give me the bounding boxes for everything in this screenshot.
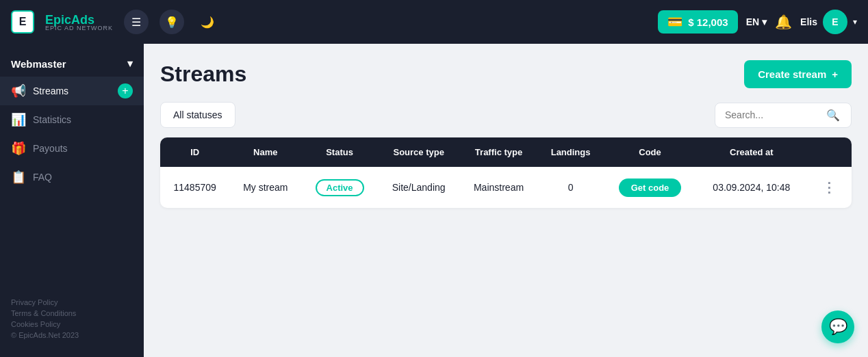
cell-code: Get code — [604, 167, 697, 208]
logo-icon: E — [11, 10, 34, 34]
statistics-icon: 📊 — [11, 112, 26, 127]
col-landings: Landings — [538, 137, 604, 167]
sidebar-item-faq[interactable]: 📋 FAQ — [0, 163, 144, 191]
copyright: © EpicAds.Net 2023 — [11, 331, 79, 339]
search-icon: 🔍 — [826, 109, 840, 122]
streams-icon: 📢 — [11, 83, 26, 98]
light-icon-button[interactable]: 💡 — [159, 10, 184, 34]
logo-text: EpicAds EPIC AD NETWORK — [45, 13, 113, 31]
sidebar-item-statistics[interactable]: 📊 Statistics — [0, 105, 144, 134]
table-header-row: ID Name Status Source type Traffic type … — [160, 137, 852, 167]
col-code: Code — [604, 137, 697, 167]
add-stream-button[interactable]: + — [118, 83, 133, 98]
col-traffic-type: Traffic type — [459, 137, 537, 167]
cell-source-type: Site/Landing — [378, 167, 460, 208]
col-id: ID — [160, 137, 229, 167]
user-menu[interactable]: Elis E ▾ — [800, 10, 857, 34]
col-status: Status — [301, 137, 378, 167]
header-right: 💳 $ 12,003 EN ▾ 🔔 Elis E ▾ — [658, 10, 857, 34]
sidebar-section-webmaster[interactable]: Webmaster ▾ — [0, 51, 144, 77]
content-area: Streams Create stream + All statuses 🔍 I… — [144, 44, 868, 357]
col-source-type: Source type — [378, 137, 460, 167]
cell-status: Active — [301, 167, 378, 208]
search-input[interactable] — [725, 109, 821, 120]
sidebar-item-streams[interactable]: 📢 Streams + — [0, 77, 144, 105]
page-title: Streams — [160, 62, 246, 87]
cell-actions: ⋮ ➜ — [806, 167, 852, 208]
sidebar: Webmaster ▾ 📢 Streams + 📊 Statistics 🎁 P… — [0, 44, 144, 357]
balance-display: 💳 $ 12,003 — [658, 10, 737, 34]
more-options-button[interactable]: ⋮ — [818, 178, 840, 197]
more-options-container: ⋮ ➜ — [818, 178, 840, 197]
col-created-at: Created at — [696, 137, 806, 167]
streams-table: ID Name Status Source type Traffic type … — [160, 137, 852, 208]
terms-link[interactable]: Terms & Conditions — [11, 309, 133, 317]
cell-name: My stream — [229, 167, 301, 208]
sidebar-item-payouts[interactable]: 🎁 Payouts — [0, 134, 144, 163]
payouts-icon: 🎁 — [11, 141, 26, 156]
cell-created-at: 03.09.2024, 10:48 — [696, 167, 806, 208]
table-row: 11485709 My stream Active Site/Landing M… — [160, 167, 852, 208]
filter-row: All statuses 🔍 — [160, 102, 852, 128]
page-header: Streams Create stream + — [160, 60, 852, 88]
header-left: E EpicAds EPIC AD NETWORK ☰ 💡 🌙 — [11, 10, 220, 34]
wallet-icon: 💳 — [667, 14, 682, 29]
annotation-arrow: ➜ — [847, 168, 852, 196]
cell-traffic-type: Mainstream — [459, 167, 537, 208]
language-selector[interactable]: EN ▾ — [746, 16, 767, 27]
cell-id: 11485709 — [160, 167, 229, 208]
status-badge: Active — [316, 179, 364, 196]
cookies-link[interactable]: Cookies Policy — [11, 320, 133, 328]
sidebar-footer: Privacy Policy Terms & Conditions Cookie… — [0, 287, 144, 350]
chat-button[interactable]: 💬 — [821, 310, 854, 343]
col-name: Name — [229, 137, 301, 167]
search-box: 🔍 — [715, 103, 852, 128]
cell-landings: 0 — [538, 167, 604, 208]
privacy-policy-link[interactable]: Privacy Policy — [11, 298, 133, 306]
status-filter-dropdown[interactable]: All statuses — [160, 102, 235, 128]
header: E EpicAds EPIC AD NETWORK ☰ 💡 🌙 💳 $ 12,0… — [0, 0, 868, 44]
main-layout: Webmaster ▾ 📢 Streams + 📊 Statistics 🎁 P… — [0, 44, 868, 357]
menu-button[interactable]: ☰ — [124, 10, 149, 34]
notification-button[interactable]: 🔔 — [775, 14, 792, 30]
avatar: E — [823, 10, 847, 34]
dark-icon-button[interactable]: 🌙 — [195, 10, 220, 34]
faq-icon: 📋 — [11, 170, 26, 185]
col-actions — [806, 137, 852, 167]
create-stream-button[interactable]: Create stream + — [744, 60, 852, 88]
get-code-button[interactable]: Get code — [619, 178, 682, 197]
